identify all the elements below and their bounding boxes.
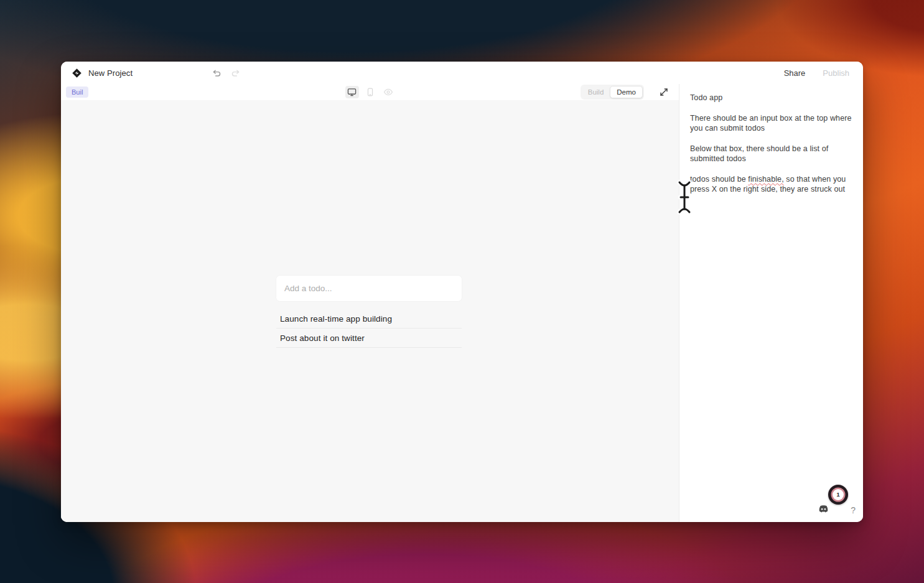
mobile-view-icon[interactable] bbox=[363, 86, 377, 98]
titlebar: New Project Share Publish bbox=[61, 62, 863, 84]
mode-toggle: Build Demo bbox=[581, 85, 644, 100]
discord-icon[interactable] bbox=[818, 505, 829, 516]
todo-list: Launch real-time app building Post about… bbox=[276, 309, 462, 348]
desktop-view-icon[interactable] bbox=[345, 86, 359, 98]
device-toggle-group bbox=[345, 84, 395, 100]
preview-canvas: Launch real-time app building Post about… bbox=[61, 100, 679, 522]
mode-build-button[interactable]: Build bbox=[582, 86, 610, 98]
undo-icon[interactable] bbox=[211, 67, 222, 78]
status-chip: Buil bbox=[66, 86, 88, 98]
mode-demo-button[interactable]: Demo bbox=[610, 86, 643, 98]
help-icon[interactable]: ? bbox=[851, 505, 856, 515]
app-window: New Project Share Publish Buil bbox=[61, 62, 863, 522]
publish-button[interactable]: Publish bbox=[823, 68, 849, 78]
builder-area: Buil bbox=[61, 84, 679, 522]
todo-list-item[interactable]: Launch real-time app building bbox=[276, 309, 462, 329]
panel-footer: 1 ? bbox=[818, 485, 856, 517]
notification-badge[interactable]: 1 bbox=[828, 485, 848, 505]
expand-icon[interactable] bbox=[658, 86, 670, 98]
notification-count: 1 bbox=[833, 489, 844, 500]
todo-app-preview: Launch real-time app building Post about… bbox=[276, 276, 462, 348]
prompt-paragraph[interactable]: todos should be finishable, so that when… bbox=[690, 174, 852, 195]
todo-input[interactable] bbox=[276, 276, 462, 301]
eye-preview-icon[interactable] bbox=[381, 86, 395, 98]
redo-icon[interactable] bbox=[230, 67, 241, 78]
canvas-toolbar: Buil bbox=[61, 84, 679, 100]
todo-list-item[interactable]: Post about it on twitter bbox=[276, 329, 462, 348]
app-logo-icon[interactable] bbox=[71, 67, 82, 78]
prompt-paragraph[interactable]: Below that box, there should be a list o… bbox=[690, 144, 852, 164]
prompt-paragraph[interactable]: Todo app bbox=[690, 93, 852, 103]
prompt-paragraph[interactable]: There should be an input box at the top … bbox=[690, 113, 852, 134]
project-title[interactable]: New Project bbox=[88, 68, 133, 78]
prompt-panel[interactable]: Todo app There should be an input box at… bbox=[679, 84, 863, 522]
misspelled-word: finishable, bbox=[748, 175, 783, 184]
share-button[interactable]: Share bbox=[784, 68, 806, 78]
